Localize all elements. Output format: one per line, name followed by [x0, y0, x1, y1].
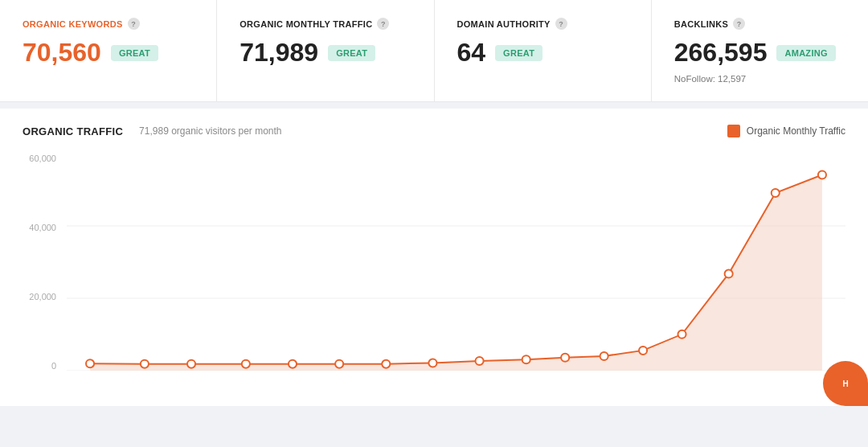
- data-point[interactable]: [639, 347, 647, 355]
- card-value-backlinks: 266,595: [674, 38, 768, 68]
- data-point[interactable]: [187, 360, 195, 368]
- card-value-row-organic-keywords: 70,560 GREAT: [23, 38, 194, 68]
- chat-bubble-label: H: [842, 379, 848, 388]
- y-axis-label: 0: [23, 361, 63, 371]
- y-axis-label: 60,000: [23, 154, 63, 163]
- card-badge-organic-monthly-traffic: GREAT: [328, 45, 375, 61]
- legend-label: Organic Monthly Traffic: [747, 125, 845, 137]
- data-point[interactable]: [335, 360, 343, 368]
- chart-title: ORGANIC TRAFFIC: [23, 125, 123, 137]
- card-sub-backlinks: NoFollow: 12,597: [674, 74, 845, 84]
- card-domain-authority: DOMAIN AUTHORITY ? 64 GREAT: [435, 0, 652, 101]
- legend-swatch: [727, 125, 740, 137]
- data-point[interactable]: [725, 269, 733, 277]
- data-point[interactable]: [818, 170, 826, 178]
- chat-bubble-button[interactable]: H: [823, 361, 868, 406]
- card-value-row-organic-monthly-traffic: 71,989 GREAT: [240, 38, 411, 68]
- card-badge-domain-authority: GREAT: [495, 45, 542, 61]
- card-value-organic-keywords: 70,560: [23, 38, 101, 68]
- data-point[interactable]: [382, 360, 390, 368]
- data-point[interactable]: [428, 359, 436, 367]
- help-icon-organic-keywords[interactable]: ?: [128, 18, 140, 30]
- chart-svg: [67, 154, 845, 371]
- chart-area: 020,00040,00060,000: [23, 154, 845, 395]
- data-point[interactable]: [772, 189, 780, 197]
- card-value-row-backlinks: 266,595 AMAZING: [674, 38, 845, 68]
- data-point[interactable]: [600, 352, 608, 360]
- chart-legend: Organic Monthly Traffic: [727, 125, 845, 137]
- data-point[interactable]: [678, 330, 686, 338]
- chart-subtitle: 71,989 organic visitors per month: [139, 125, 281, 137]
- chart-header: ORGANIC TRAFFIC 71,989 organic visitors …: [23, 125, 845, 137]
- data-point[interactable]: [289, 360, 297, 368]
- card-title-organic-monthly-traffic: ORGANIC MONTHLY TRAFFIC ?: [240, 18, 411, 30]
- data-point[interactable]: [561, 354, 569, 362]
- card-value-row-domain-authority: 64 GREAT: [457, 38, 628, 68]
- chart-section: ORGANIC TRAFFIC 71,989 organic visitors …: [0, 109, 868, 406]
- y-axis-label: 40,000: [23, 223, 63, 232]
- card-value-organic-monthly-traffic: 71,989: [240, 38, 318, 68]
- card-badge-organic-keywords: GREAT: [111, 45, 158, 61]
- help-icon-domain-authority[interactable]: ?: [555, 18, 567, 30]
- card-backlinks: BACKLINKS ? 266,595 AMAZING NoFollow: 12…: [652, 0, 868, 101]
- card-badge-backlinks: AMAZING: [776, 45, 835, 61]
- help-icon-organic-monthly-traffic[interactable]: ?: [377, 18, 389, 30]
- data-point[interactable]: [242, 360, 250, 368]
- card-title-domain-authority: DOMAIN AUTHORITY ?: [457, 18, 628, 30]
- card-organic-monthly-traffic: ORGANIC MONTHLY TRAFFIC ? 71,989 GREAT: [217, 0, 434, 101]
- data-point[interactable]: [522, 355, 530, 363]
- chart-title-group: ORGANIC TRAFFIC 71,989 organic visitors …: [23, 125, 282, 137]
- data-point[interactable]: [476, 357, 484, 365]
- data-point[interactable]: [141, 360, 149, 368]
- help-icon-backlinks[interactable]: ?: [733, 18, 745, 30]
- data-point[interactable]: [86, 359, 94, 367]
- card-value-domain-authority: 64: [457, 38, 486, 68]
- card-organic-keywords: ORGANIC KEYWORDS ? 70,560 GREAT: [0, 0, 217, 101]
- y-axis-label: 20,000: [23, 292, 63, 301]
- y-axis-labels: 020,00040,00060,000: [23, 154, 63, 371]
- card-title-backlinks: BACKLINKS ?: [674, 18, 845, 30]
- metrics-cards: ORGANIC KEYWORDS ? 70,560 GREAT ORGANIC …: [0, 0, 868, 102]
- card-title-organic-keywords: ORGANIC KEYWORDS ?: [23, 18, 194, 30]
- chart-canvas: [67, 154, 845, 371]
